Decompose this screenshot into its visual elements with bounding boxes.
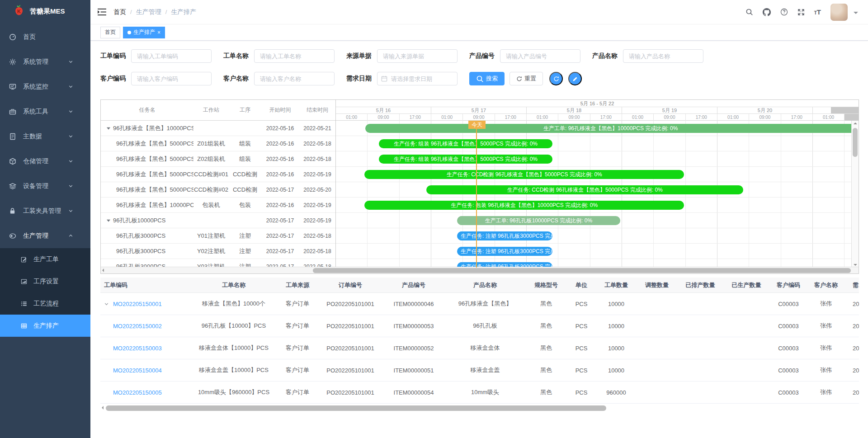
sidebar-item-system-tools[interactable]: 系统工具 — [0, 99, 90, 124]
sidebar-item-equipment-mgmt[interactable]: 设备管理 — [0, 174, 90, 198]
search-button[interactable]: 搜索 — [469, 72, 505, 85]
sidebar-toggle-icon[interactable] — [98, 8, 106, 16]
fullscreen-icon[interactable] — [797, 9, 805, 16]
order-cell-source: 客户订单 — [277, 366, 318, 374]
gantt-chart-row: 生产任务: 组装 96孔移液盒【黑色】5000PCS 完成比例: 0% — [336, 136, 852, 151]
scroll-down-arrow-icon[interactable] — [854, 264, 857, 266]
gantt-task-row[interactable]: 96孔移液盒【黑色】5000PCSZ02组装机组装2022-05-162022-… — [101, 151, 335, 167]
table-row[interactable]: MO202205150001移液盒【黑色】10000个客户订单PO2022051… — [100, 293, 859, 315]
user-avatar[interactable] — [830, 4, 848, 21]
horizontal-scroll-thumb[interactable] — [313, 268, 851, 273]
app-logo[interactable]: K 苦糖果MES — [0, 0, 90, 23]
breadcrumb-item[interactable]: 生产管理 — [136, 8, 161, 16]
row-expand-caret-icon[interactable] — [104, 301, 113, 306]
gantt-task-row[interactable]: 96孔移液盒【黑色】10000PCS包装机包装2022-05-162022-05… — [101, 198, 335, 213]
sidebar-item-tooling-fixture-mgmt[interactable]: 工装夹具管理 — [0, 198, 90, 223]
gantt-task-row[interactable]: 96孔移液盒【黑色】5000PCSCCD检测#02CCD检测2022-05-17… — [101, 182, 335, 198]
refresh-circle-button[interactable] — [549, 72, 563, 85]
orders-column-客户编码: 客户编码 — [769, 281, 807, 289]
工单编码-input[interactable] — [131, 49, 212, 63]
gantt-task-row[interactable]: 96孔孔板10000PCS2022-05-172022-05-19 — [101, 213, 335, 228]
来源单据-input[interactable] — [377, 49, 458, 63]
sidebar-subitem-process-setup[interactable]: 工序设置 — [0, 270, 90, 292]
vertical-scroll-thumb[interactable] — [853, 128, 858, 157]
产品名称-input[interactable] — [623, 49, 703, 63]
sidebar-subitem-production-order[interactable]: 生产工单 — [0, 248, 90, 270]
gantt-task-row[interactable]: 96孔孔板3000PCSY01注塑机注塑2022-05-172022-05-18 — [101, 228, 335, 244]
gantt-task-row[interactable]: 96孔孔板3000PCSY02注塑机注塑2022-05-172022-05-18 — [101, 244, 335, 259]
产品编号-input[interactable] — [500, 49, 580, 63]
order-cell-product_name: 10mm吸头 — [445, 388, 525, 396]
gantt-bar[interactable]: 生产任务: 包装 96孔移液盒【黑色】10000PCS 完成比例: 0% — [364, 201, 684, 210]
tab-生产排产[interactable]: 生产排产× — [123, 27, 165, 38]
order-cell-qty: 10000 — [596, 345, 637, 352]
order-code-link[interactable]: MO202205150003 — [113, 345, 162, 352]
gantt-hour-row: 01:0009:0017:0001:0009:0017:0001:0009:00… — [336, 114, 859, 121]
客户名称-input[interactable] — [254, 72, 335, 85]
gantt-hour-label: 01:00 — [336, 114, 368, 121]
gantt-task-row[interactable]: 96孔移液盒【黑色】10000PCS2022-05-162022-05-21 — [101, 121, 335, 136]
gantt-bar[interactable]: 生产任务: CCD检测 96孔移液盒【黑色】5000PCS 完成比例: 0% — [426, 185, 743, 194]
gantt-bar[interactable]: 生产任务: 组装 96孔移液盒【黑色】5000PCS 完成比例: 0% — [379, 139, 552, 148]
sidebar-item-master-data[interactable]: 主数据 — [0, 124, 90, 149]
table-row[interactable]: MO202205150003移液盒盒体【10000】PCS客户订单PO20220… — [100, 337, 859, 359]
task-start-date: 2022-05-16 — [261, 202, 299, 208]
gantt-bar[interactable]: 生产任务: 注塑 96孔孔板3000PCS 完成比例: 0% — [457, 247, 552, 256]
avatar-dropdown-caret-icon[interactable] — [854, 12, 858, 16]
breadcrumb-item[interactable]: 生产排产 — [171, 8, 196, 16]
order-cell-demand: 202 — [844, 301, 859, 307]
table-row[interactable]: MO202205150004移液盒盒盖【10000】PCS客户订单PO20220… — [100, 359, 859, 381]
sidebar-item-production-mgmt[interactable]: 生产管理 — [0, 223, 90, 248]
gantt-day-label: 5月 20 — [717, 107, 813, 113]
order-code-link[interactable]: MO202205150005 — [113, 389, 162, 396]
order-code-link[interactable]: MO202205150001 — [113, 301, 162, 307]
order-cell-unit: PCS — [567, 323, 596, 330]
order-code-link[interactable]: MO202205150004 — [113, 367, 162, 374]
tab-close-icon[interactable]: × — [157, 30, 160, 35]
gantt-column-开始时间: 开始时间 — [261, 106, 299, 114]
sidebar-subitem-process-flow[interactable]: 工艺流程 — [0, 292, 90, 315]
gantt-hour-label: 17:00 — [781, 114, 813, 121]
fontsize-icon[interactable]: TT — [814, 8, 821, 16]
sidebar-item-system-mgmt[interactable]: 系统管理 — [0, 49, 90, 74]
sidebar-item-system-monitor[interactable]: 系统监控 — [0, 74, 90, 99]
order-cell-unit: PCS — [567, 389, 596, 396]
table-horizontal-scrollbar[interactable] — [100, 405, 859, 412]
gantt-task-row[interactable]: 96孔移液盒【黑色】5000PCSZ01组装机组装2022-05-162022-… — [101, 136, 335, 151]
gantt-bar[interactable]: 生产工单: 96孔移液盒【黑色】10000PCS 完成比例: 0% — [365, 124, 852, 133]
gantt-bar[interactable]: 生产任务: 注塑 96孔孔板3000PCS 完成比例: 0% — [457, 231, 552, 240]
search-icon[interactable] — [745, 8, 753, 16]
reset-button[interactable]: 重置 — [509, 72, 543, 85]
gantt-task-row[interactable]: 96孔移液盒【黑色】5000PCSCCD检测#01CCD检测2022-05-16… — [101, 167, 335, 182]
sidebar-subitem-production-scheduling[interactable]: 生产排产 — [0, 315, 90, 337]
gantt-bar[interactable]: 生产工单: 96孔孔板10000PCS 完成比例: 0% — [457, 216, 620, 225]
github-icon[interactable] — [763, 8, 771, 16]
gantt-bar[interactable]: 生产任务: CCD检测 96孔移液盒【黑色】5000PCS 完成比例: 0% — [364, 170, 684, 179]
sidebar-item-warehouse-mgmt[interactable]: 仓储管理 — [0, 149, 90, 174]
question-icon[interactable] — [780, 8, 788, 16]
grid-icon — [21, 323, 28, 329]
table-row[interactable]: MO20220515000296孔孔板【10000】PCS客户订单PO20220… — [100, 315, 859, 337]
gantt-hour-label: 09:00 — [368, 114, 399, 121]
gantt-column-任务名: 任务名 — [101, 106, 193, 114]
gantt-bar[interactable]: 生产任务: 组装 96孔移液盒【黑色】5000PCS 完成比例: 0% — [379, 155, 552, 164]
需求日期-input[interactable] — [377, 72, 458, 85]
edit-circle-button[interactable] — [568, 72, 582, 85]
order-cell-name: 移液盒盒盖【10000】PCS — [191, 366, 277, 374]
客户编码-input[interactable] — [131, 72, 212, 85]
tab-首页[interactable]: 首页 — [100, 27, 120, 38]
order-cell-source: 客户订单 — [277, 388, 318, 396]
scroll-left-arrow-icon[interactable] — [102, 406, 104, 410]
order-cell-name: 移液盒盒体【10000】PCS — [191, 344, 277, 352]
scroll-left-arrow-icon[interactable] — [102, 268, 104, 272]
sidebar-item-home[interactable]: 首页 — [0, 24, 90, 49]
horizontal-scroll-thumb[interactable] — [106, 405, 606, 411]
order-cell-code: MO202205150004 — [100, 367, 191, 374]
order-cell-product_name: 96孔孔板 — [445, 322, 525, 330]
table-row[interactable]: MO20220515000510mm吸头【960000】PCS客户订单PO202… — [100, 381, 859, 404]
gantt-horizontal-scrollbar[interactable] — [101, 267, 859, 273]
scroll-up-arrow-icon[interactable] — [854, 122, 857, 124]
gantt-vertical-scrollbar[interactable] — [851, 121, 859, 268]
工单名称-input[interactable] — [254, 49, 335, 63]
order-code-link[interactable]: MO202205150002 — [113, 323, 162, 330]
